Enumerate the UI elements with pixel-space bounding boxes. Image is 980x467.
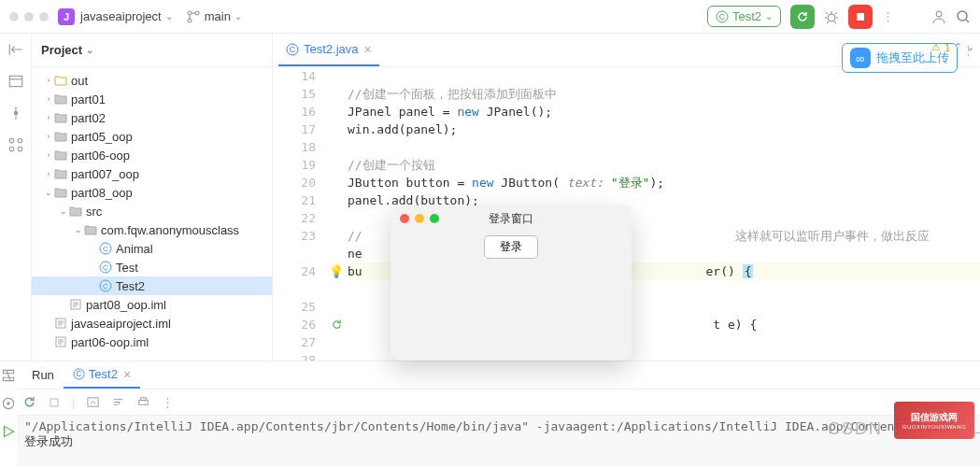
tree-item[interactable]: ⌄part08_oop	[32, 183, 272, 202]
tree-item[interactable]: ›part01	[32, 90, 272, 108]
tree-item[interactable]: ›part007_oop	[32, 164, 272, 183]
branch-icon	[186, 9, 201, 24]
chevron-down-icon: ⌄	[765, 11, 773, 21]
run-tool-icon[interactable]	[0, 423, 17, 440]
close-tab-icon[interactable]: ×	[123, 367, 131, 382]
tree-item-label: Test2	[116, 279, 145, 293]
watermark-cn: 国信游戏网	[911, 411, 958, 424]
project-selector[interactable]: javaseaiproject ⌄	[80, 9, 173, 23]
problems-indicator[interactable]: ⚠ 1 ⌃ ⌄	[931, 41, 974, 53]
chevron-up-icon: ⌃	[954, 41, 962, 53]
project-badge: J	[58, 8, 75, 25]
svg-text:C: C	[290, 45, 296, 54]
svg-text:C: C	[103, 282, 108, 290]
run-config-name: Test2	[732, 9, 761, 23]
search-icon[interactable]	[956, 9, 971, 24]
tree-item-label: part007_oop	[71, 167, 139, 181]
swing-window[interactable]: 登录窗口 登录	[391, 205, 632, 361]
cloud-icon: ∞	[850, 48, 871, 68]
tree-item[interactable]: ›part02	[32, 108, 272, 127]
twisty-icon: ›	[43, 169, 54, 178]
editor-tab[interactable]: C Test2.java ×	[278, 34, 379, 66]
svg-text:C: C	[103, 245, 108, 253]
soft-wrap-icon[interactable]	[111, 395, 125, 409]
branch-selector[interactable]: main ⌄	[186, 9, 242, 24]
chevron-down-icon: ⌄	[966, 41, 974, 53]
sidebar-header[interactable]: Project ⌄	[32, 34, 272, 67]
stop-icon	[855, 11, 866, 22]
class-icon: C	[73, 368, 85, 380]
svg-point-7	[936, 11, 942, 17]
tree-item[interactable]: CTest	[32, 258, 272, 276]
svg-rect-31	[88, 398, 98, 406]
tree-item[interactable]: ›part06-oop	[32, 146, 272, 164]
svg-point-8	[958, 11, 967, 21]
rerun-icon[interactable]	[22, 395, 36, 409]
chevron-down-icon: ⌄	[165, 11, 173, 21]
tree-item[interactable]: CAnimal	[32, 239, 272, 258]
zoom-icon[interactable]	[430, 214, 439, 223]
stop-button[interactable]	[848, 5, 873, 29]
run-config[interactable]: C Test2 ⌄	[707, 6, 781, 27]
top-bar: J javaseaiproject ⌄ main ⌄ C Test2 ⌄ ⋮	[0, 0, 980, 34]
class-icon: C	[716, 10, 729, 23]
minimize-icon[interactable]	[415, 214, 424, 223]
csdn-watermark: CSDN	[828, 419, 883, 439]
commit-tool-icon[interactable]	[7, 105, 24, 121]
tree-item[interactable]: CTest2	[32, 276, 272, 295]
tree-item-label: part06-oop.iml	[71, 335, 149, 349]
left-rail	[0, 34, 32, 361]
build-tool-icon[interactable]	[0, 367, 17, 384]
tree-item-label: com.fqw.anonymousclass	[101, 223, 239, 237]
rerun-button[interactable]	[790, 5, 815, 29]
run-tab-label[interactable]: Run	[22, 361, 64, 389]
project-tool-icon[interactable]	[7, 73, 24, 90]
collapse-icon[interactable]	[7, 41, 24, 58]
stop-icon[interactable]	[48, 396, 61, 409]
close-tab-icon[interactable]: ×	[364, 42, 372, 57]
tree-item-label: Animal	[116, 242, 153, 256]
debug-icon[interactable]	[824, 9, 839, 24]
tree-item[interactable]: ›part05_oop	[32, 127, 272, 146]
more-icon[interactable]: ⋮	[162, 395, 174, 409]
print-icon[interactable]	[136, 395, 150, 409]
tree-item[interactable]: ›out	[32, 71, 272, 90]
swing-titlebar[interactable]: 登录窗口	[391, 205, 632, 232]
tree-item[interactable]: ⌄com.fqw.anonymousclass	[32, 220, 272, 239]
svg-point-10	[13, 111, 18, 116]
gutter-icons: 💡	[325, 67, 348, 361]
project-tree[interactable]: ›out›part01›part02›part05_oop›part06-oop…	[32, 67, 272, 361]
structure-tool-icon[interactable]	[7, 136, 24, 153]
tree-item[interactable]: ⌄src	[32, 202, 272, 220]
tree-item-label: part02	[71, 111, 106, 125]
swing-window-controls	[400, 214, 439, 223]
tree-item-label: part08_oop	[71, 186, 133, 200]
svg-rect-9	[9, 76, 22, 86]
rerun-icon	[796, 10, 809, 23]
tree-item[interactable]: part06-oop.iml	[32, 333, 272, 351]
top-right-tools: C Test2 ⌄ ⋮	[707, 5, 971, 29]
svg-point-1	[188, 19, 192, 22]
scroll-to-end-icon[interactable]	[86, 395, 100, 409]
tree-item[interactable]: part08_oop.iml	[32, 295, 272, 314]
chevron-down-icon: ⌄	[234, 11, 242, 21]
svg-rect-33	[141, 398, 147, 401]
svg-rect-32	[139, 401, 148, 405]
tree-item-label: part05_oop	[71, 130, 133, 144]
services-tool-icon[interactable]	[0, 395, 17, 412]
twisty-icon: ›	[43, 113, 54, 122]
close-icon[interactable]	[400, 214, 409, 223]
run-config-tab[interactable]: C Test2 ×	[64, 361, 140, 389]
svg-text:C: C	[76, 369, 81, 378]
zoom-icon[interactable]	[39, 12, 49, 21]
tree-item[interactable]: javaseaiproject.iml	[32, 314, 272, 333]
more-icon[interactable]: ⋮	[882, 9, 894, 23]
login-button[interactable]: 登录	[484, 235, 538, 259]
svg-point-14	[18, 147, 22, 151]
run-toolbar: | ⋮	[17, 389, 980, 416]
close-icon[interactable]	[9, 12, 19, 21]
minimize-icon[interactable]	[24, 12, 34, 21]
twisty-icon: ›	[43, 94, 54, 104]
tree-item-label: part06-oop	[71, 149, 130, 163]
account-icon[interactable]	[931, 9, 946, 24]
